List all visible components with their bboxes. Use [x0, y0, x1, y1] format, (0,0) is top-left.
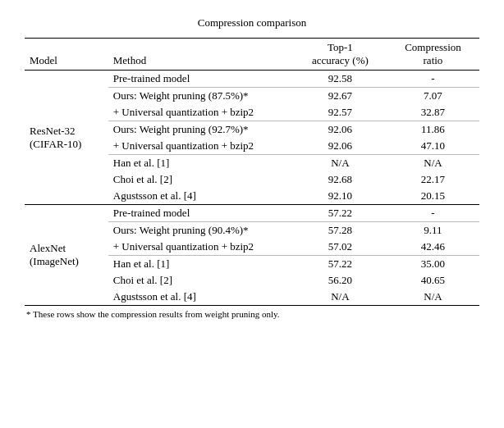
- col-model: Model: [25, 39, 108, 71]
- method-cell: + Universal quantization + bzip2: [108, 138, 294, 155]
- compression-cell: N/A: [387, 289, 479, 306]
- top1-cell: 57.28: [294, 222, 387, 239]
- compression-cell: 7.07: [387, 88, 479, 105]
- table-row: AlexNet(ImageNet)Pre-trained model57.22-: [25, 205, 479, 222]
- top1-cell: 92.58: [294, 71, 387, 88]
- top1-cell: 92.06: [294, 138, 387, 155]
- method-cell: Pre-trained model: [108, 205, 294, 222]
- top1-cell: 92.10: [294, 188, 387, 205]
- footnote: * These rows show the compression result…: [25, 309, 479, 319]
- top1-cell: N/A: [294, 155, 387, 172]
- col-top1: Top-1 accuracy (%): [294, 39, 387, 71]
- method-cell: Pre-trained model: [108, 71, 294, 88]
- method-cell: Ours: Weight pruning (90.4%)*: [108, 222, 294, 239]
- compression-cell: 11.86: [387, 121, 479, 139]
- model-cell: AlexNet(ImageNet): [25, 205, 108, 306]
- method-cell: Han et al. [1]: [108, 256, 294, 273]
- compression-cell: N/A: [387, 155, 479, 172]
- model-cell: ResNet-32(CIFAR-10): [25, 71, 108, 205]
- top1-cell: 92.57: [294, 104, 387, 121]
- compression-cell: 9.11: [387, 222, 479, 239]
- compression-cell: 22.17: [387, 171, 479, 188]
- top1-cell: 92.68: [294, 171, 387, 188]
- compression-cell: 32.87: [387, 104, 479, 121]
- top1-cell: 57.22: [294, 256, 387, 273]
- method-cell: + Universal quantization + bzip2: [108, 104, 294, 121]
- compression-cell: 20.15: [387, 188, 479, 205]
- compression-cell: 35.00: [387, 256, 479, 273]
- method-cell: Ours: Weight pruning (92.7%)*: [108, 121, 294, 139]
- top1-cell: 56.20: [294, 272, 387, 289]
- method-cell: Agustsson et al. [4]: [108, 188, 294, 205]
- method-cell: Choi et al. [2]: [108, 171, 294, 188]
- compression-cell: 47.10: [387, 138, 479, 155]
- method-cell: Han et al. [1]: [108, 155, 294, 172]
- method-cell: Choi et al. [2]: [108, 272, 294, 289]
- compression-cell: -: [387, 71, 479, 88]
- method-cell: Agustsson et al. [4]: [108, 289, 294, 306]
- compression-cell: -: [387, 205, 479, 222]
- method-cell: Ours: Weight pruning (87.5%)*: [108, 88, 294, 105]
- compression-cell: 40.65: [387, 272, 479, 289]
- top1-cell: 92.67: [294, 88, 387, 105]
- compression-cell: 42.46: [387, 239, 479, 256]
- top1-cell: 57.22: [294, 205, 387, 222]
- top1-cell: 57.02: [294, 239, 387, 256]
- top1-cell: 92.06: [294, 121, 387, 139]
- table-title: Compression comparison: [25, 16, 479, 30]
- comparison-table: Model Method Top-1 accuracy (%) Compress…: [25, 38, 479, 306]
- table-row: ResNet-32(CIFAR-10)Pre-trained model92.5…: [25, 71, 479, 88]
- col-compression: Compression ratio: [387, 39, 479, 71]
- method-cell: + Universal quantization + bzip2: [108, 239, 294, 256]
- col-method: Method: [108, 39, 294, 71]
- top1-cell: N/A: [294, 289, 387, 306]
